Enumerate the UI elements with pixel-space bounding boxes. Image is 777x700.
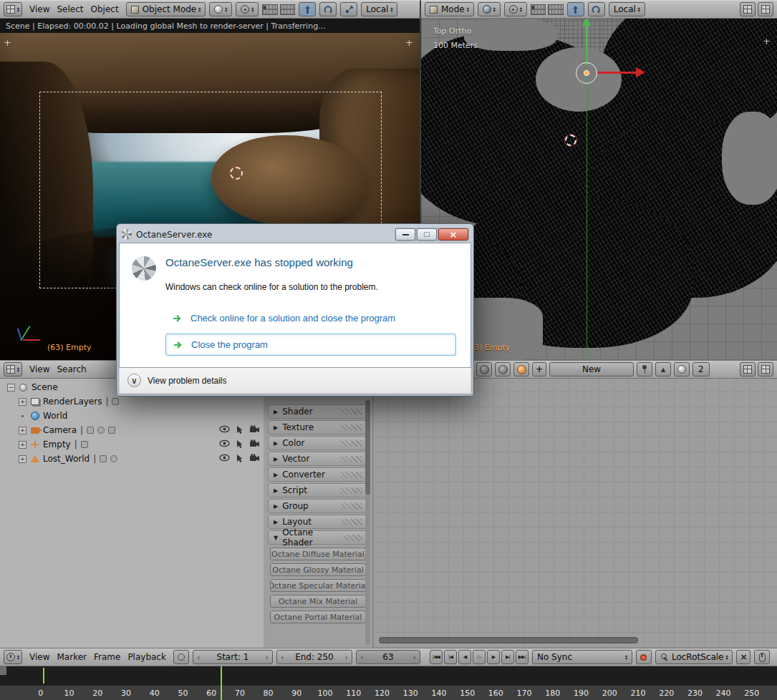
octane-material-button[interactable]: Octane Diffuse Material [270,548,366,560]
pivot-select[interactable] [504,2,527,16]
play-reverse-button[interactable] [473,650,486,664]
visibility-toggle[interactable] [219,454,230,464]
mode-select[interactable]: Mode [425,2,474,16]
editor-type-button[interactable] [4,2,22,16]
outliner-row-world[interactable]: World [0,409,264,423]
layers-grid[interactable] [262,4,295,15]
screen-button[interactable] [740,2,756,16]
current-frame-line[interactable] [221,666,222,700]
translate-manipulator-button[interactable] [299,2,316,16]
maximize-button[interactable] [417,228,437,240]
pin-button[interactable] [637,362,652,376]
clear-keying-set-button[interactable] [736,650,751,664]
menu-item[interactable]: Playback [124,652,170,662]
node-editor-canvas[interactable] [372,377,777,648]
preview-range-button[interactable] [173,650,189,664]
step-back-button[interactable] [458,650,471,664]
shelf-panel-header-octane[interactable]: Octane Shader [268,530,368,545]
timeline-track-area[interactable] [0,666,777,685]
animation-icon[interactable] [87,427,94,434]
expand-icon[interactable] [19,398,26,406]
layers-grid[interactable] [531,4,564,15]
expand-icon[interactable] [19,427,26,434]
close-program-link[interactable]: Close the program [165,334,456,356]
shelf-panel-header[interactable]: Vector [268,452,368,466]
jump-end-button[interactable] [516,650,529,664]
orientation-select[interactable]: Local [361,2,397,16]
editor-type-button[interactable] [4,362,22,376]
details-chevron-icon[interactable] [127,374,141,387]
material-preview-button[interactable] [674,362,690,376]
new-window-button[interactable] [758,2,773,16]
sync-select[interactable]: No Sync [532,650,632,664]
screen-button[interactable] [740,362,756,376]
camera-data-icon[interactable] [97,427,105,434]
visibility-toggle[interactable] [219,439,230,449]
material-type-button[interactable] [476,362,492,376]
rotate-manipulator-button[interactable] [588,2,605,16]
shelf-panel-header[interactable]: Texture [268,420,368,434]
toolbar-expand-icon[interactable] [4,37,11,48]
render-toggle-icon[interactable] [112,398,119,405]
dialog-footer[interactable]: View problem details [119,368,471,394]
octane-material-button[interactable]: Octane Portal Material [270,611,366,623]
outliner-panel[interactable]: Scene RenderLayers | World Camera | Empt… [0,377,264,648]
pivot-select[interactable] [236,2,259,16]
translate-manipulator-button[interactable] [567,2,584,16]
shading-select[interactable] [209,2,232,16]
visibility-toggle[interactable] [219,425,230,435]
vertexgroup-icon[interactable] [110,455,117,462]
auto-keyframe-button[interactable] [636,650,652,664]
selectability-toggle[interactable] [236,454,243,465]
cursor-3d[interactable] [230,167,243,180]
menu-item[interactable]: Marker [54,652,90,662]
octane-material-button[interactable]: Octane Specular Material [270,579,366,592]
shelf-panel-header[interactable]: Shader [268,404,368,419]
menu-item[interactable]: View [26,4,53,14]
horizontal-scrollbar[interactable] [379,637,638,643]
renderability-toggle[interactable] [249,425,260,435]
close-button[interactable] [438,228,468,240]
octane-material-button[interactable]: Octane Glossy Material [270,563,366,576]
keying-set-select[interactable]: LocRotScale [655,650,733,664]
shelf-panel-header[interactable]: Layout [268,515,368,529]
world-type-button[interactable] [513,362,529,376]
outliner-row-renderlayers[interactable]: RenderLayers | [0,394,264,409]
menu-item[interactable]: Frame [90,652,124,662]
manipulator-x-arrow[interactable] [597,72,637,74]
start-frame-field[interactable]: Start: 1 [193,650,273,664]
jump-next-key-button[interactable] [501,650,514,664]
users-count-button[interactable]: 2 [692,362,710,376]
jump-prev-key-button[interactable] [444,650,457,664]
menu-item[interactable]: View [26,364,53,374]
collapse-icon[interactable] [7,384,15,392]
selectability-toggle[interactable] [236,439,243,451]
play-button[interactable] [487,650,500,664]
jump-start-button[interactable] [430,650,443,664]
scale-manipulator-button[interactable] [340,2,357,16]
insert-keyframe-button[interactable] [754,650,770,664]
menu-item[interactable]: Select [54,4,87,14]
texture-type-button[interactable] [495,362,511,376]
menu-item[interactable]: Object [87,4,122,14]
selectability-toggle[interactable] [236,425,243,437]
shelf-panel-header[interactable]: Group [268,499,368,513]
timeline-ruler[interactable]: 0102030405060708090100110120130140150160… [0,685,777,700]
expand-icon[interactable] [19,455,26,463]
rotate-manipulator-button[interactable] [319,2,337,16]
check-online-link[interactable]: Check online for a solution and close th… [165,308,456,329]
editor-type-button[interactable] [4,650,22,664]
end-frame-field[interactable]: End: 250 [276,650,352,664]
constraint-icon[interactable] [108,427,115,434]
outliner-row-lost-world[interactable]: Lost_World | [0,452,264,466]
expand-icon[interactable] [19,441,26,449]
cursor-3d[interactable] [565,135,576,146]
animation-icon[interactable] [81,441,88,448]
add-button[interactable] [532,362,546,376]
shelf-panel-header[interactable]: Converter [268,467,368,482]
shelf-panel-header[interactable]: Script [268,483,368,497]
menu-item[interactable]: Search [54,364,90,374]
manipulator-y-arrow[interactable] [586,24,588,64]
shelf-panel-header[interactable]: Color [268,436,368,450]
browse-button[interactable] [655,362,671,376]
